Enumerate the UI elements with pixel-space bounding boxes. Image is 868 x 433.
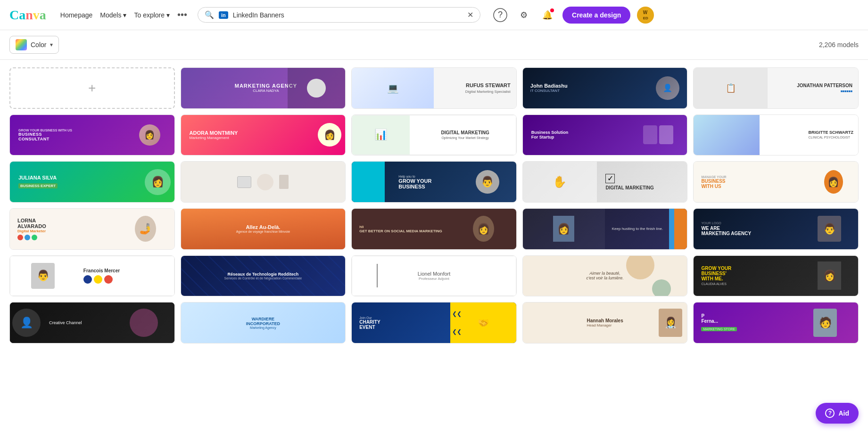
nav-models[interactable]: Models ▾ — [97, 9, 129, 21]
canva-logo[interactable]: Canva — [9, 8, 46, 23]
banner-image-area: 👩 — [145, 162, 171, 202]
photo-placeholder: 👩 — [145, 169, 171, 195]
color-chevron-icon: ▾ — [50, 41, 53, 48]
arrow-icon: ❮❮ — [452, 328, 462, 335]
search-bar: 🔍 in ✕ — [198, 7, 480, 23]
banner-title: GET BETTER ON SOCIAL MEDIA MARKETING — [359, 229, 442, 233]
banner-text: MARKETING AGENCY CLARA NADYA — [229, 83, 297, 93]
template-card[interactable]: 👩 JULIANA SILVA BUSINESS EXPERT — [9, 161, 175, 203]
template-card[interactable]: 👤 Creative Channel — [9, 302, 175, 343]
template-card[interactable]: 👩 ADORA MONTMINY Marketing Management — [181, 114, 346, 156]
photo-placeholder: 👩 — [553, 216, 574, 242]
template-card[interactable]: 👩 GROW YOUR BUSINESS WITH US BUSINESSCON… — [9, 114, 175, 156]
profile-photo: 👩 — [553, 216, 574, 242]
create-design-button[interactable]: Create a design — [562, 7, 630, 24]
banner-text: Réseaux de Technologie Redditech Service… — [224, 272, 302, 280]
template-card[interactable]: ✋ ✓ DIGITAL MARKETING — [522, 161, 688, 203]
banner-title: WARDIEREINCORPORATED — [246, 317, 280, 326]
settings-button[interactable]: ⚙ — [515, 7, 532, 24]
template-card[interactable]: 🤳 LORNAALVARADO Digital Marketer — [9, 208, 175, 250]
banner-text: Creative Channel — [14, 320, 82, 325]
notifications-button[interactable]: 🔔 — [539, 7, 556, 24]
banner-image-area: 👩 — [801, 256, 858, 296]
banner-name: Francois Mercer — [83, 268, 120, 273]
template-card[interactable]: WARDIEREINCORPORATED Marketing Agency — [181, 302, 346, 343]
help-circle-icon — [493, 8, 508, 23]
banner-subtitle: Agence de voyage franchise Minvoie — [236, 230, 290, 233]
add-template-card[interactable]: + — [9, 67, 175, 109]
banner-name: BRIGITTE SCHWARTZCLINICAL PSYCHOLOGIST — [809, 130, 854, 139]
template-card[interactable]: 💻 RUFUS STEWARTDigital Marketing Special… — [351, 67, 517, 109]
decorative-circles — [83, 275, 120, 284]
template-card[interactable]: 👩 hli GET BETTER ON SOCIAL MEDIA MARKETI… — [351, 208, 517, 250]
template-card[interactable] — [181, 161, 346, 203]
clipboard-icon: 📋 — [726, 83, 736, 93]
banner-title: GROW YOURBUSINESS'WITH ME. — [701, 266, 731, 281]
template-card[interactable]: John Badiashu IT CONSULTANT 👤 — [522, 67, 688, 109]
banner-text: Francois Mercer — [80, 260, 124, 292]
photo-placeholder: 👩 — [318, 123, 341, 147]
photo-placeholder: 🧑 — [813, 309, 837, 337]
template-card[interactable]: 👩 Keep hustling to the finish line. — [522, 208, 688, 250]
template-card[interactable]: 👨 Francois Mercer — [9, 255, 175, 297]
template-card[interactable]: Business SolutionFor Startup — [522, 114, 688, 156]
template-card[interactable]: Lionel Monfort Professeur Adjoint — [351, 255, 517, 297]
explore-chevron-icon: ▾ — [166, 11, 170, 19]
template-card[interactable]: 🤝 ❮❮ ❮❮ Join Our CHARITYEVENT — [351, 302, 517, 343]
template-card[interactable]: 👨 YOUR LOGO WE AREMARKETING AGENCY — [693, 208, 859, 250]
banner-image-area: ✋ — [523, 162, 597, 202]
icon-circle — [17, 235, 23, 240]
template-card[interactable]: 👨 Help you to GROW YOURBUSINESS — [351, 161, 517, 203]
search-clear-button[interactable]: ✕ — [467, 10, 473, 19]
banner-tagline: GROW YOUR BUSINESS WITH US — [18, 129, 72, 132]
banner-badge: MARKETING STORE — [701, 327, 737, 331]
banner-subtitle: Head Manager — [587, 323, 623, 327]
nav-more-button[interactable]: ••• — [174, 8, 190, 22]
template-card[interactable]: MARKETING AGENCY CLARA NADYA — [181, 67, 346, 109]
banner-text-content: Business SolutionFor Startup — [531, 130, 569, 139]
gear-icon: ⚙ — [520, 10, 528, 20]
photo-placeholder: 👩‍⚕️ — [659, 309, 682, 337]
help-button[interactable]: ? — [492, 7, 509, 24]
banner-image-area: 👩 — [125, 115, 174, 155]
banner-name: JONATHAN PATTERSON■■■■■■ — [797, 83, 852, 93]
template-card[interactable]: 👩 GROW YOURBUSINESS'WITH ME. CLAUDIA ALV… — [693, 255, 859, 297]
banner-name: JULIANA SILVA — [18, 175, 58, 180]
search-input[interactable] — [233, 11, 463, 19]
template-card[interactable]: Réseaux de Technologie Redditech Service… — [181, 255, 346, 297]
template-card[interactable]: 📊 DIGITAL MARKETING Optimizing Your Mark… — [351, 114, 517, 156]
accent-stripe — [674, 209, 687, 249]
photo-placeholder: 👩 — [818, 261, 841, 290]
template-card[interactable]: 📋 JONATHAN PATTERSON■■■■■■ — [693, 67, 859, 109]
profile-photo: 🧑 — [813, 309, 837, 337]
banner-text: MANAGE YOUR BUSINESSWITH US — [697, 165, 730, 198]
banner-title: WE AREMARKETING AGENCY — [701, 226, 751, 236]
banner-subtitle: IT CONSULTANT — [530, 89, 656, 93]
models-chevron-icon: ▾ — [123, 11, 126, 19]
circle — [83, 275, 92, 284]
banner-image-area: 🤳 — [117, 209, 174, 249]
circle — [104, 275, 113, 284]
banner-subtitle: CLINICAL PSYCHOLOGIST — [809, 136, 850, 139]
search-icon: 🔍 — [205, 10, 214, 19]
banner-name: LORNAALVARADO — [17, 218, 46, 229]
checkbox-icon: ✓ — [605, 174, 615, 183]
banner-text: hli GET BETTER ON SOCIAL MEDIA MARKETING — [355, 221, 446, 237]
accent-stripe-2 — [669, 209, 674, 249]
banner-badge: ■■■■■■ — [841, 90, 852, 93]
avatar[interactable]: WED — [637, 7, 654, 24]
social-icons — [17, 235, 46, 240]
template-card[interactable]: Allez Au-Delà. Agence de voyage franchis… — [181, 208, 346, 250]
banner-title: BUSINESSWITH US — [701, 179, 726, 189]
profile-photo: 👨 — [818, 216, 841, 242]
template-card[interactable]: Aimer la beauté, c'est voir la lumière. — [522, 255, 688, 297]
template-card[interactable]: 👩‍⚕️ Hannah Morales Head Manager — [522, 302, 688, 343]
nav-homepage[interactable]: Homepage — [58, 9, 96, 21]
color-filter-button[interactable]: Color ▾ — [9, 36, 59, 54]
template-card[interactable]: 🧑 PFerna... MARKETING STORE — [693, 302, 859, 343]
template-card[interactable]: 👩 MANAGE YOUR BUSINESSWITH US — [693, 161, 859, 203]
banner-text: Help you to GROW YOURBUSINESS — [395, 171, 435, 193]
nav-explore[interactable]: To explore ▾ — [131, 9, 173, 21]
main-nav: Homepage Models ▾ To explore ▾ ••• — [58, 8, 190, 22]
template-card[interactable]: BRIGITTE SCHWARTZCLINICAL PSYCHOLOGIST — [693, 114, 859, 156]
